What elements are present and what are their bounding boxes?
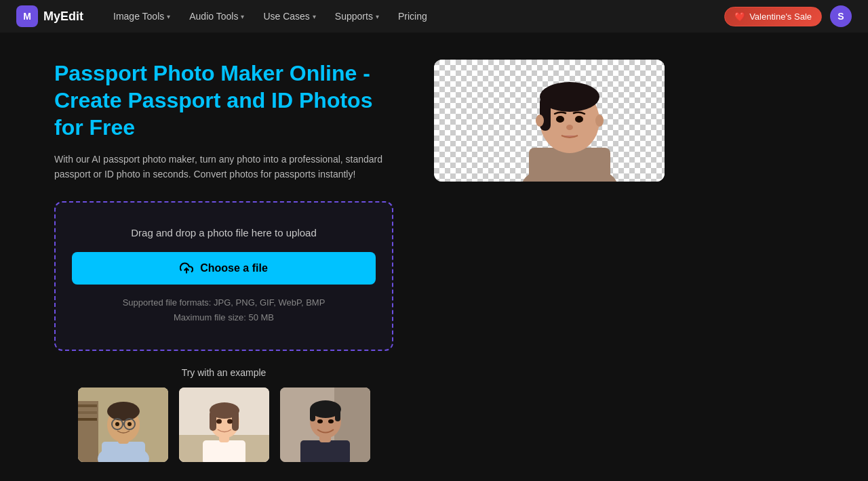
svg-point-27 — [227, 419, 233, 423]
chevron-down-icon: ▾ — [241, 13, 244, 20]
svg-point-37 — [328, 419, 334, 423]
valentine-sale-button[interactable]: ❤️ Valentine's Sale — [724, 7, 822, 26]
preview-image — [434, 60, 665, 182]
svg-rect-6 — [78, 418, 97, 421]
svg-point-12 — [107, 402, 140, 421]
chevron-down-icon: ▾ — [167, 13, 170, 20]
example-thumb-2[interactable] — [179, 388, 269, 462]
page-description: With our AI passport photo maker, turn a… — [54, 152, 393, 182]
nav-audio-tools-label: Audio Tools — [189, 11, 238, 22]
drag-drop-text: Drag and drop a photo file here to uploa… — [72, 227, 376, 238]
logo[interactable]: M MyEdit — [16, 5, 83, 27]
preview-svg — [434, 60, 665, 182]
svg-rect-9 — [102, 442, 145, 462]
svg-point-50 — [595, 114, 604, 127]
svg-point-49 — [536, 114, 544, 127]
example-thumb-1[interactable] — [78, 388, 168, 462]
nav-right: ❤️ Valentine's Sale S — [724, 5, 852, 27]
examples-section: Try with an example — [54, 367, 393, 462]
nav-audio-tools[interactable]: Audio Tools ▾ — [181, 7, 252, 26]
nav-use-cases[interactable]: Use Cases ▾ — [255, 7, 323, 26]
svg-rect-3 — [78, 401, 98, 462]
left-column: Passport Photo Maker Online - Create Pas… — [54, 60, 393, 462]
choose-file-button[interactable]: Choose a file — [72, 252, 376, 285]
svg-rect-20 — [203, 440, 245, 462]
svg-rect-24 — [210, 411, 216, 431]
nav-image-tools-label: Image Tools — [113, 11, 164, 22]
valentine-sale-label: Valentine's Sale — [749, 12, 812, 22]
navbar: M MyEdit Image Tools ▾ Audio Tools ▾ Use… — [0, 0, 868, 33]
right-column — [434, 60, 665, 182]
svg-rect-5 — [78, 411, 97, 414]
svg-point-53 — [566, 125, 573, 130]
logo-text: MyEdit — [43, 9, 83, 24]
upload-area[interactable]: Drag and drop a photo file here to uploa… — [54, 201, 393, 351]
supported-formats: Supported file formats: JPG, PNG, GIF, W… — [72, 295, 376, 310]
nav-supports-label: Supports — [335, 11, 373, 22]
logo-icon: M — [16, 5, 38, 27]
chevron-down-icon: ▾ — [376, 13, 379, 20]
examples-label: Try with an example — [54, 367, 393, 378]
svg-rect-35 — [335, 408, 340, 421]
choose-file-label: Choose a file — [200, 262, 268, 274]
example-person-1 — [78, 388, 168, 462]
upload-icon — [180, 262, 193, 275]
svg-point-36 — [317, 419, 323, 423]
nav-pricing[interactable]: Pricing — [390, 7, 435, 26]
heart-icon: ❤️ — [734, 12, 745, 22]
svg-point-16 — [115, 422, 119, 426]
svg-point-52 — [575, 116, 583, 123]
nav-pricing-label: Pricing — [398, 11, 427, 22]
svg-rect-7 — [78, 425, 97, 427]
nav-use-cases-label: Use Cases — [263, 11, 309, 22]
examples-row — [54, 388, 393, 462]
svg-rect-4 — [78, 404, 97, 407]
nav-image-tools[interactable]: Image Tools ▾ — [105, 7, 178, 26]
main-content: Passport Photo Maker Online - Create Pas… — [0, 33, 868, 481]
svg-point-17 — [127, 422, 132, 426]
example-thumb-3[interactable] — [280, 388, 370, 462]
nav-supports[interactable]: Supports ▾ — [327, 7, 387, 26]
svg-rect-30 — [300, 440, 350, 462]
svg-rect-25 — [232, 411, 239, 431]
avatar[interactable]: S — [830, 5, 852, 27]
example-person-2 — [179, 388, 269, 462]
nav-items: Image Tools ▾ Audio Tools ▾ Use Cases ▾ … — [105, 7, 719, 26]
svg-point-51 — [556, 116, 564, 123]
svg-point-26 — [216, 419, 222, 423]
example-person-3 — [280, 388, 370, 462]
page-title: Passport Photo Maker Online - Create Pas… — [54, 60, 393, 141]
svg-rect-34 — [310, 408, 315, 421]
max-file-size: Maximum file size: 50 MB — [72, 310, 376, 325]
chevron-down-icon: ▾ — [313, 13, 316, 20]
